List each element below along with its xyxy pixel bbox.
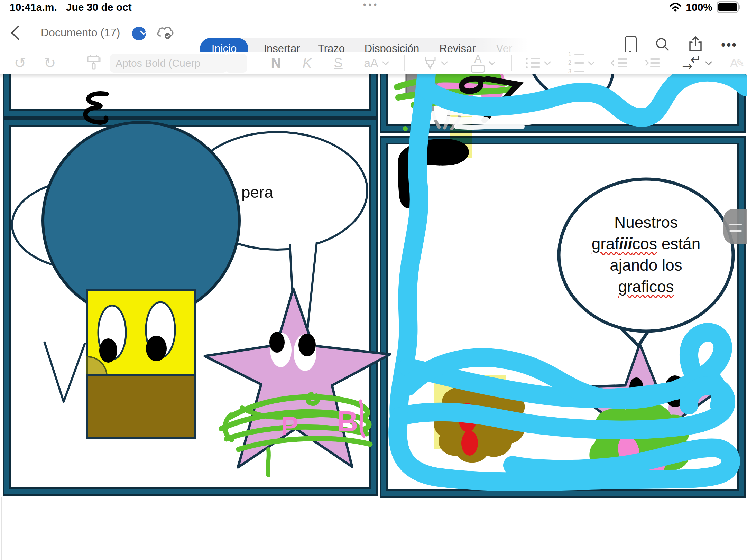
font-size-select[interactable] [225, 54, 247, 73]
underline-button[interactable]: S [327, 52, 349, 74]
divider [71, 55, 71, 71]
bubble-line-2: grafiiicos están [567, 233, 725, 254]
numbered-list-button[interactable]: 1 2 3 [561, 52, 601, 74]
increase-indent-button[interactable] [636, 52, 667, 74]
bubble-line-4: graficos [567, 276, 725, 297]
title-bar: Documento (17) Inicio Insertar Trazo Dis… [0, 15, 747, 52]
clock: 10:41a.m. [10, 1, 57, 13]
chevron-down-icon [382, 58, 389, 65]
comic-drawing: pera [0, 74, 747, 560]
bubble-line-3: ajando los [567, 254, 725, 276]
battery-icon [717, 1, 739, 13]
wrap-text-icon: ↵→ [682, 54, 701, 72]
scroll-handle[interactable] [723, 209, 747, 244]
font-name-select[interactable]: Aptos Bold (Cuerp [110, 54, 227, 73]
share-icon[interactable] [688, 36, 703, 54]
font-color-button[interactable]: A [462, 52, 504, 74]
wifi-icon [669, 1, 682, 13]
svg-text:B: B [337, 405, 358, 438]
wrap-text-button[interactable]: ↵→ [676, 52, 717, 74]
toolbar-shadow [0, 74, 747, 79]
green-dot [403, 126, 408, 131]
date: Jue 30 de oct [66, 1, 132, 13]
document-canvas[interactable]: pera [0, 74, 747, 560]
yellow-character[interactable] [87, 290, 195, 438]
chevron-down-icon [588, 58, 595, 65]
status-left: 10:41a.m.Jue 30 de oct [10, 1, 132, 13]
bubble-line-1: Nuestros [567, 212, 725, 233]
bold-button[interactable]: N [265, 52, 287, 74]
document-title[interactable]: Documento (17) [41, 26, 120, 39]
bullet-list-button[interactable] [519, 52, 557, 74]
chevron-down-icon [489, 58, 496, 65]
battery-percent: 100% [686, 1, 712, 13]
italic-button[interactable]: K [296, 52, 318, 74]
divider [670, 55, 670, 71]
chevron-down-icon [441, 58, 448, 65]
chevron-down-icon [705, 58, 712, 65]
comic-panel-top-left[interactable] [3, 74, 378, 118]
word-ipad-app: 10:41a.m.Jue 30 de oct ••• 100% Document… [0, 0, 747, 560]
svg-text:P: P [281, 411, 298, 440]
mobile-view-icon[interactable] [625, 36, 637, 54]
chevron-down-icon [544, 58, 551, 65]
cloud-saved-icon [156, 25, 174, 41]
back-button[interactable] [11, 26, 26, 40]
document-menu-button[interactable] [132, 27, 146, 40]
undo-button[interactable]: ↺ [9, 52, 31, 74]
speech-bubble-text[interactable]: Nuestros grafiiicos están ajando los gra… [567, 212, 725, 297]
bubble-text-fragment: pera [241, 183, 273, 201]
status-bar: 10:41a.m.Jue 30 de oct ••• 100% [0, 0, 747, 15]
multitask-dots-icon: ••• [363, 0, 379, 10]
format-painter-button[interactable] [82, 52, 104, 74]
decrease-indent-button[interactable] [604, 52, 635, 74]
chevron-down-icon [140, 28, 147, 35]
redo-button[interactable]: ↻ [39, 52, 61, 74]
styles-button[interactable]: A✎ [728, 52, 747, 74]
divider [721, 55, 721, 71]
text-size-button[interactable]: aA [357, 52, 395, 74]
divider [404, 55, 405, 71]
more-options-icon[interactable]: ••• [721, 38, 737, 52]
search-icon[interactable] [655, 37, 670, 53]
divider [511, 55, 512, 71]
highlight-color-button[interactable] [414, 52, 456, 74]
